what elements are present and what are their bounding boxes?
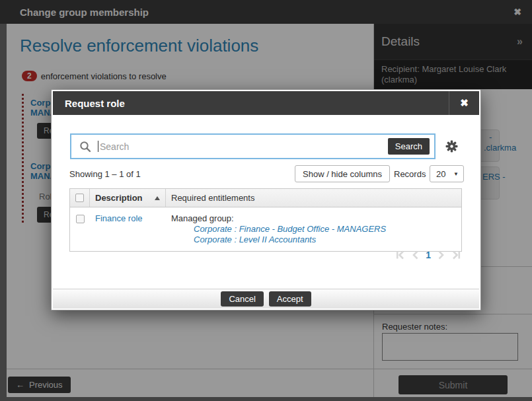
modal-header: Request role ✖: [53, 91, 479, 115]
accept-button[interactable]: Accept: [269, 291, 311, 307]
cancel-button[interactable]: Cancel: [221, 291, 263, 307]
text-cursor: [98, 141, 98, 152]
roles-table: Description Required entitlements Financ…: [69, 188, 462, 252]
records-label: Records: [394, 169, 426, 179]
row-checkbox-cell: [70, 207, 90, 251]
row-checkbox[interactable]: [76, 215, 85, 223]
screen: Change group membership ✖ Resolve enforc…: [0, 0, 532, 401]
entitlement-item: Corporate : Finance - Budget Office - MA…: [171, 224, 456, 234]
records-select-value: 20: [436, 169, 453, 179]
modal-footer: Cancel Accept: [53, 289, 479, 309]
search-icon: [79, 141, 91, 153]
modal-close-icon[interactable]: ✖: [449, 91, 479, 115]
next-page-icon[interactable]: [438, 250, 445, 260]
table-header-row: Description Required entitlements: [70, 189, 461, 207]
modal-body: Search Showing 1 – 1 of 1 Show / hide co…: [53, 115, 479, 289]
request-role-modal: Request role ✖ Search: [51, 89, 481, 310]
caret-down-icon: ▼: [453, 171, 459, 177]
column-header-description[interactable]: Description: [90, 189, 166, 207]
search-input[interactable]: [100, 135, 351, 157]
select-all-cell: [70, 189, 90, 207]
role-link[interactable]: Finance role: [95, 213, 143, 223]
description-cell: Finance role: [90, 207, 166, 251]
gear-icon[interactable]: [441, 136, 461, 156]
results-count: Showing 1 – 1 of 1: [69, 169, 141, 179]
show-hide-columns-button[interactable]: Show / hide columns: [295, 165, 390, 182]
column-header-label: Required entitlements: [171, 193, 254, 203]
select-all-checkbox[interactable]: [75, 194, 84, 202]
entitlement-item: Corporate : Level II Accountants: [171, 235, 456, 244]
modal-title: Request role: [53, 91, 449, 115]
search-button[interactable]: Search: [388, 138, 430, 155]
entitlements-cell: Managed group: Corporate : Finance - Bud…: [166, 207, 461, 251]
table-row: Finance role Managed group: Corporate : …: [70, 207, 461, 251]
current-page-number[interactable]: 1: [426, 250, 431, 260]
records-select[interactable]: 20 ▼: [430, 165, 464, 182]
column-header-required-entitlements[interactable]: Required entitlements: [166, 189, 461, 207]
first-page-icon[interactable]: [396, 250, 404, 260]
sort-ascending-icon: [155, 196, 160, 200]
column-header-label: Description: [95, 193, 143, 203]
previous-page-icon[interactable]: [412, 250, 418, 260]
pagination: 1: [396, 250, 461, 260]
last-page-icon[interactable]: [452, 250, 461, 260]
entitlements-title: Managed group:: [171, 213, 456, 223]
search-box: Search: [70, 133, 436, 159]
